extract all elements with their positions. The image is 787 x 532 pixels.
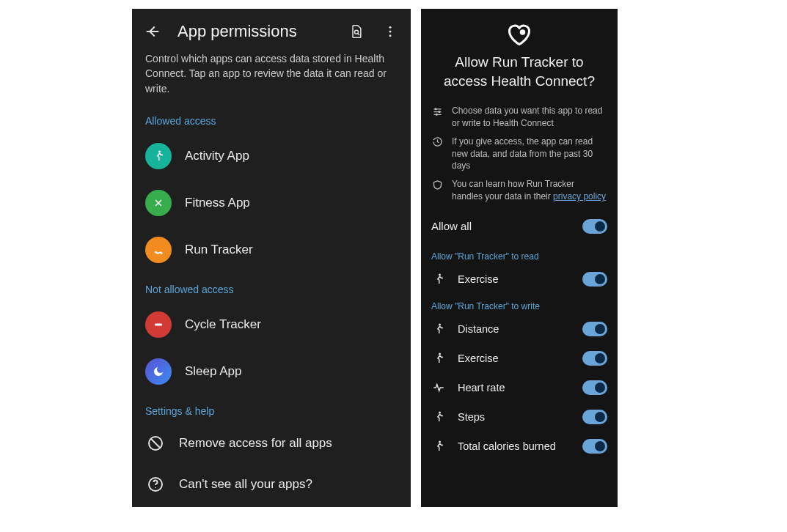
perm-toggle[interactable] bbox=[582, 380, 607, 395]
write-section-label: Allow "Run Tracker" to write bbox=[421, 294, 618, 314]
running-icon bbox=[431, 272, 446, 287]
back-icon[interactable] bbox=[144, 23, 161, 40]
more-icon[interactable] bbox=[381, 23, 399, 40]
svg-point-0 bbox=[355, 30, 359, 34]
run-tracker-app-icon bbox=[145, 237, 172, 263]
svg-point-1 bbox=[389, 26, 392, 29]
info-row-privacy: You can learn how Run Tracker handles yo… bbox=[431, 175, 607, 206]
history-icon bbox=[431, 136, 443, 148]
app-row-cycle-tracker[interactable]: Cycle Tracker bbox=[132, 301, 411, 348]
running-icon bbox=[431, 410, 446, 424]
page-description: Control which apps can access data store… bbox=[132, 51, 411, 105]
svg-point-14 bbox=[439, 323, 441, 325]
running-icon bbox=[431, 351, 446, 366]
app-label: Sleep App bbox=[185, 364, 242, 379]
search-in-page-icon[interactable] bbox=[348, 23, 365, 40]
cycle-tracker-app-icon bbox=[145, 311, 172, 338]
permission-title: Allow Run Tracker to access Health Conne… bbox=[431, 53, 607, 102]
info-row-history: If you give access, the app can read new… bbox=[431, 133, 607, 175]
section-not-allowed-label: Not allowed access bbox=[132, 273, 411, 301]
svg-point-12 bbox=[436, 114, 437, 115]
sleep-app-icon bbox=[145, 358, 172, 385]
perm-toggle[interactable] bbox=[582, 272, 607, 287]
perm-label: Steps bbox=[458, 411, 571, 423]
heart-rate-icon bbox=[431, 380, 446, 395]
perm-toggle[interactable] bbox=[582, 410, 607, 424]
page-title: App permissions bbox=[177, 22, 332, 41]
help-icon bbox=[145, 474, 166, 495]
app-label: Run Tracker bbox=[185, 243, 253, 257]
perm-row-heart-rate: Heart rate bbox=[421, 373, 618, 402]
permission-header: Allow Run Tracker to access Health Conne… bbox=[421, 9, 618, 206]
running-icon bbox=[431, 439, 446, 454]
svg-point-8 bbox=[155, 487, 156, 489]
svg-point-9 bbox=[520, 29, 526, 35]
app-row-activity[interactable]: Activity App bbox=[132, 133, 411, 180]
perm-row-distance: Distance bbox=[421, 314, 618, 344]
allow-all-toggle[interactable] bbox=[582, 219, 607, 234]
cant-see-apps-row[interactable]: Can't see all your apps? bbox=[132, 464, 411, 505]
perm-toggle[interactable] bbox=[582, 439, 607, 454]
perm-label: Exercise bbox=[458, 273, 571, 285]
section-allowed-label: Allowed access bbox=[132, 105, 411, 133]
svg-point-3 bbox=[389, 34, 392, 37]
remove-access-row[interactable]: Remove access for all apps bbox=[132, 423, 411, 464]
app-row-run-tracker[interactable]: Run Tracker bbox=[132, 226, 411, 273]
screen-permission-request: Allow Run Tracker to access Health Conne… bbox=[421, 9, 618, 507]
perm-row-steps: Steps bbox=[421, 402, 618, 432]
perm-label: Total calories burned bbox=[458, 440, 571, 452]
info-text: Choose data you want this app to read or… bbox=[452, 105, 607, 130]
settings-item-label: Remove access for all apps bbox=[179, 436, 332, 451]
svg-rect-5 bbox=[155, 323, 163, 325]
svg-point-16 bbox=[439, 411, 441, 413]
app-row-sleep-app[interactable]: Sleep App bbox=[132, 348, 411, 395]
svg-point-11 bbox=[439, 111, 440, 112]
shield-icon bbox=[431, 179, 443, 191]
app-label: Fitness App bbox=[185, 196, 250, 210]
app-label: Activity App bbox=[185, 149, 249, 163]
app-label: Cycle Tracker bbox=[185, 317, 261, 332]
perm-toggle[interactable] bbox=[582, 351, 607, 366]
allow-all-label: Allow all bbox=[431, 220, 472, 232]
perm-label: Distance bbox=[458, 323, 571, 335]
privacy-policy-link[interactable]: privacy policy bbox=[553, 191, 606, 202]
fitness-app-icon bbox=[145, 190, 172, 216]
allow-all-row: Allow all bbox=[421, 206, 618, 244]
svg-point-15 bbox=[439, 352, 441, 355]
perm-label: Heart rate bbox=[458, 382, 571, 394]
running-icon bbox=[431, 322, 446, 336]
perm-row-exercise-read: Exercise bbox=[421, 265, 618, 294]
info-text: If you give access, the app can read new… bbox=[452, 136, 607, 172]
perm-row-calories: Total calories burned bbox=[421, 432, 618, 461]
svg-point-2 bbox=[389, 31, 392, 33]
settings-item-label: Can't see all your apps? bbox=[179, 477, 312, 492]
svg-point-13 bbox=[439, 273, 441, 276]
perm-row-exercise-write: Exercise bbox=[421, 344, 618, 373]
app-row-fitness[interactable]: Fitness App bbox=[132, 180, 411, 226]
block-icon bbox=[145, 433, 166, 454]
screen-app-permissions: App permissions Control which apps can a… bbox=[132, 9, 411, 507]
sliders-icon bbox=[431, 106, 443, 117]
svg-point-10 bbox=[435, 108, 436, 110]
perm-toggle[interactable] bbox=[582, 322, 607, 336]
info-row-choose: Choose data you want this app to read or… bbox=[431, 102, 607, 133]
perm-label: Exercise bbox=[458, 352, 571, 364]
section-settings-label: Settings & help bbox=[132, 395, 411, 423]
header-bar: App permissions bbox=[132, 9, 411, 51]
activity-app-icon bbox=[145, 143, 172, 169]
read-section-label: Allow "Run Tracker" to read bbox=[421, 244, 618, 265]
svg-point-17 bbox=[439, 440, 441, 443]
info-text: You can learn how Run Tracker handles yo… bbox=[452, 178, 607, 203]
svg-point-4 bbox=[158, 150, 161, 152]
health-connect-logo-icon bbox=[431, 19, 607, 53]
